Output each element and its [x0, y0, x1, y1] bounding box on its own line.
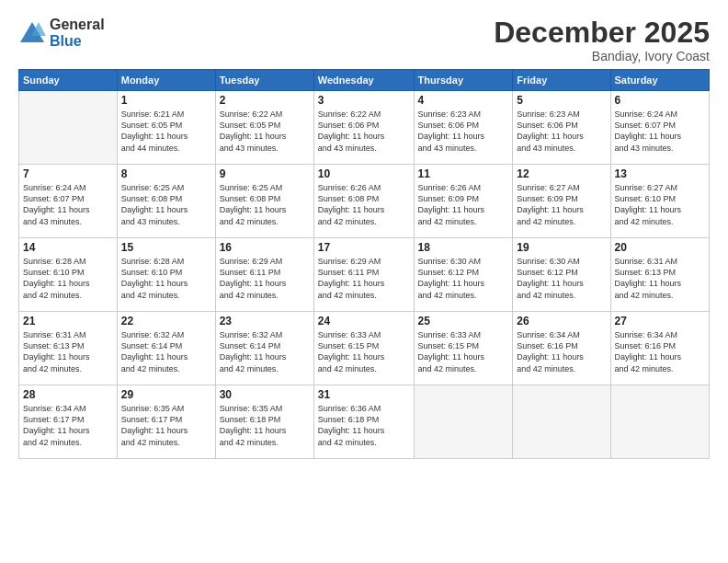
day-info-line: Daylight: 11 hours	[418, 205, 485, 214]
calendar-cell	[513, 385, 610, 459]
day-number: 19	[517, 241, 606, 254]
calendar-cell: 1Sunrise: 6:21 AMSunset: 6:05 PMDaylight…	[117, 91, 215, 165]
calendar-cell	[19, 91, 118, 165]
day-info: Sunrise: 6:32 AMSunset: 6:14 PMDaylight:…	[220, 329, 310, 374]
day-number: 13	[615, 167, 705, 180]
location: Bandiay, Ivory Coast	[494, 49, 710, 63]
day-number: 1	[121, 94, 211, 107]
day-info-line: Sunset: 6:06 PM	[418, 121, 480, 130]
calendar-week-3: 14Sunrise: 6:28 AMSunset: 6:10 PMDayligh…	[19, 238, 710, 312]
day-info-line: and 42 minutes.	[418, 364, 477, 373]
calendar-week-4: 21Sunrise: 6:31 AMSunset: 6:13 PMDayligh…	[19, 312, 710, 385]
day-info: Sunrise: 6:30 AMSunset: 6:12 PMDaylight:…	[517, 256, 606, 301]
month-title: December 2025	[494, 17, 710, 49]
day-info-line: Sunset: 6:08 PM	[220, 194, 281, 203]
day-info: Sunrise: 6:23 AMSunset: 6:06 PMDaylight:…	[418, 109, 509, 154]
day-info-line: Sunrise: 6:35 AM	[220, 404, 283, 413]
day-info-line: Sunset: 6:15 PM	[318, 341, 380, 350]
day-info-line: Sunset: 6:16 PM	[615, 341, 677, 350]
calendar-cell: 2Sunrise: 6:22 AMSunset: 6:05 PMDaylight…	[215, 91, 313, 165]
calendar-cell: 9Sunrise: 6:25 AMSunset: 6:08 PMDaylight…	[215, 165, 313, 238]
day-info-line: Daylight: 11 hours	[517, 205, 584, 214]
calendar-dow-tuesday: Tuesday	[215, 70, 313, 91]
day-info-line: and 43 minutes.	[517, 144, 575, 153]
day-info: Sunrise: 6:36 AMSunset: 6:18 PMDaylight:…	[318, 403, 410, 448]
day-info-line: Sunrise: 6:30 AM	[517, 257, 580, 266]
day-info-line: Daylight: 11 hours	[517, 352, 584, 362]
day-info-line: Sunrise: 6:36 AM	[318, 404, 381, 413]
day-info-line: Sunset: 6:10 PM	[23, 268, 85, 277]
day-info-line: Sunset: 6:18 PM	[318, 415, 380, 424]
day-info: Sunrise: 6:27 AMSunset: 6:10 PMDaylight:…	[615, 182, 705, 227]
day-number: 3	[318, 94, 410, 107]
calendar-cell: 6Sunrise: 6:24 AMSunset: 6:07 PMDaylight…	[610, 91, 709, 165]
day-info-line: and 42 minutes.	[121, 438, 180, 447]
day-number: 16	[220, 241, 310, 254]
day-info-line: and 43 minutes.	[418, 144, 477, 153]
day-info: Sunrise: 6:33 AMSunset: 6:15 PMDaylight:…	[318, 329, 410, 374]
day-info-line: Sunset: 6:09 PM	[517, 194, 578, 203]
day-number: 29	[121, 388, 211, 401]
day-info: Sunrise: 6:26 AMSunset: 6:08 PMDaylight:…	[318, 182, 410, 227]
day-info-line: Daylight: 11 hours	[121, 426, 188, 435]
calendar-dow-wednesday: Wednesday	[313, 70, 414, 91]
day-info-line: Daylight: 11 hours	[615, 279, 682, 288]
day-info: Sunrise: 6:33 AMSunset: 6:15 PMDaylight:…	[418, 329, 509, 374]
day-info-line: Daylight: 11 hours	[418, 279, 485, 288]
day-number: 11	[418, 167, 509, 180]
day-info-line: Sunset: 6:18 PM	[220, 415, 281, 424]
day-info-line: and 42 minutes.	[121, 291, 180, 300]
day-info-line: Sunrise: 6:31 AM	[615, 257, 678, 266]
day-number: 10	[318, 167, 410, 180]
calendar-cell: 8Sunrise: 6:25 AMSunset: 6:08 PMDaylight…	[117, 165, 215, 238]
day-info-line: Sunset: 6:10 PM	[615, 194, 677, 203]
day-info-line: Sunrise: 6:27 AM	[615, 183, 678, 192]
day-number: 18	[418, 241, 509, 254]
day-info-line: Daylight: 11 hours	[318, 132, 385, 141]
day-info-line: Sunrise: 6:29 AM	[220, 257, 283, 266]
calendar-cell: 10Sunrise: 6:26 AMSunset: 6:08 PMDayligh…	[313, 165, 414, 238]
day-info-line: and 42 minutes.	[615, 291, 674, 300]
day-info-line: Sunrise: 6:34 AM	[23, 404, 86, 413]
day-info: Sunrise: 6:31 AMSunset: 6:13 PMDaylight:…	[23, 329, 113, 374]
day-info: Sunrise: 6:29 AMSunset: 6:11 PMDaylight:…	[318, 256, 410, 301]
calendar-dow-saturday: Saturday	[610, 70, 709, 91]
day-number: 2	[220, 94, 310, 107]
day-info-line: and 42 minutes.	[615, 364, 674, 373]
calendar-dow-thursday: Thursday	[414, 70, 513, 91]
day-info-line: Daylight: 11 hours	[318, 279, 385, 288]
day-info: Sunrise: 6:34 AMSunset: 6:17 PMDaylight:…	[23, 403, 113, 448]
day-info-line: Sunrise: 6:26 AM	[418, 183, 482, 192]
calendar-cell	[610, 385, 709, 459]
day-number: 23	[220, 315, 310, 327]
day-info-line: Sunrise: 6:29 AM	[318, 257, 381, 266]
calendar-dow-monday: Monday	[117, 70, 215, 91]
logo-general-text: General	[50, 17, 105, 33]
day-info-line: and 42 minutes.	[220, 291, 279, 300]
day-info-line: and 43 minutes.	[23, 217, 82, 226]
day-info-line: Sunrise: 6:33 AM	[418, 330, 482, 339]
day-info-line: and 42 minutes.	[23, 364, 82, 373]
day-number: 26	[517, 315, 606, 327]
day-info-line: Sunset: 6:14 PM	[220, 341, 281, 350]
day-info-line: Sunset: 6:05 PM	[220, 121, 281, 130]
day-info-line: Sunset: 6:07 PM	[23, 194, 85, 203]
day-info: Sunrise: 6:26 AMSunset: 6:09 PMDaylight:…	[418, 182, 509, 227]
day-info: Sunrise: 6:21 AMSunset: 6:05 PMDaylight:…	[121, 109, 211, 154]
day-info-line: Sunset: 6:12 PM	[517, 268, 578, 277]
logo: General Blue	[18, 17, 105, 49]
day-info-line: and 43 minutes.	[220, 144, 279, 153]
day-number: 8	[121, 167, 211, 180]
day-info-line: Daylight: 11 hours	[418, 132, 485, 141]
day-info-line: and 42 minutes.	[517, 364, 575, 373]
day-info-line: Sunset: 6:16 PM	[517, 341, 578, 350]
day-info-line: Sunset: 6:06 PM	[517, 121, 578, 130]
day-info-line: Daylight: 11 hours	[121, 132, 188, 141]
day-number: 17	[318, 241, 410, 254]
day-info-line: Sunset: 6:17 PM	[23, 415, 85, 424]
day-info-line: and 42 minutes.	[418, 291, 477, 300]
calendar-cell: 15Sunrise: 6:28 AMSunset: 6:10 PMDayligh…	[117, 238, 215, 312]
logo-icon	[18, 19, 46, 47]
calendar-cell: 27Sunrise: 6:34 AMSunset: 6:16 PMDayligh…	[610, 312, 709, 385]
day-info-line: Daylight: 11 hours	[23, 279, 90, 288]
